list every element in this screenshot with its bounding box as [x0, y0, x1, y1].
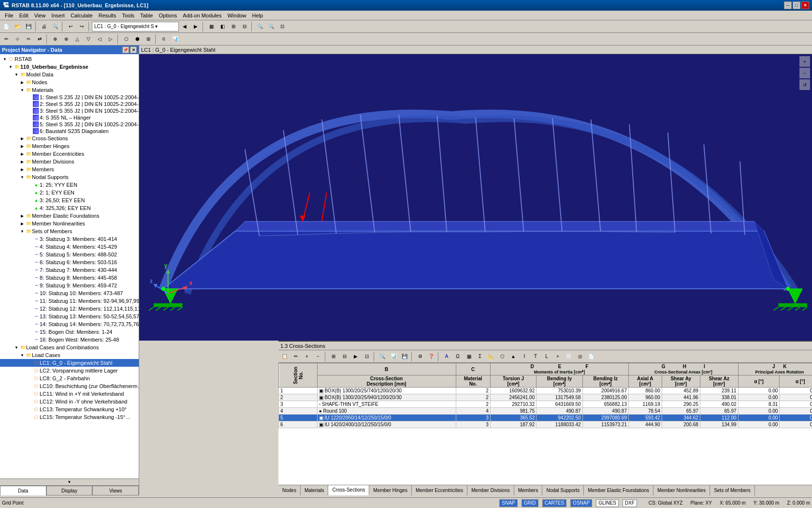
tree-item-sup4[interactable]: ▲ 4: 325,326; EEY EEN	[0, 204, 139, 212]
print-prev-btn[interactable]: 🔍	[50, 21, 60, 32]
bottom-tab-member-elastic-foundations[interactable]: Member Elastic Foundations	[584, 485, 653, 495]
tree-item-set15[interactable]: ━ 15: Bogen Ost: Members: 1-24	[0, 328, 139, 336]
expand-nodal[interactable]: ▼	[19, 174, 25, 180]
tb2-12[interactable]: ⬢	[132, 34, 143, 45]
expand-materials[interactable]: ▼	[19, 87, 25, 93]
expand-model[interactable]: ▼	[14, 72, 19, 77]
bottom-tabs[interactable]: NodesMaterialsCross-SectionsMember Hinge…	[278, 485, 812, 495]
bt-1[interactable]: 📋	[279, 351, 290, 362]
tree-item-mat5[interactable]: 5: Steel S 355 J2 | DIN EN 10025-2:2004-…	[0, 121, 139, 128]
tree-item-lc-folder[interactable]: ▼ 📁 Load Cases	[0, 351, 139, 359]
bottom-tab-cross-sections[interactable]: Cross-Sections	[328, 485, 369, 495]
tree-item-set8[interactable]: ━ 8: Stabzug 8: Members: 445-458	[0, 274, 139, 282]
zoom-in[interactable]: 🔍	[255, 21, 265, 32]
view2[interactable]: ◧	[217, 21, 228, 32]
table-row-5[interactable]: 5▣ IU 1220/2950/14/12/250/15/0/03365.529…	[279, 415, 812, 421]
tree-item-sets[interactable]: ▼ 📁 Sets of Members	[0, 227, 139, 235]
menu-item-file[interactable]: File	[2, 12, 16, 19]
redo-btn[interactable]: ↪	[76, 21, 87, 32]
maximize-button[interactable]: □	[793, 1, 800, 9]
menu-item-edit[interactable]: Edit	[16, 12, 31, 19]
tb2-6[interactable]: ⊗	[61, 34, 72, 45]
tree-item-set10[interactable]: ━ 10: Stabzug 10: Members: 473-487	[0, 289, 139, 297]
bt-6[interactable]: ⊟	[339, 351, 350, 362]
viewport-controls[interactable]: + − ↺	[799, 56, 810, 90]
expand-sets[interactable]: ▼	[19, 228, 25, 234]
bt-12[interactable]: ⚙	[415, 351, 425, 362]
tree-item-lc12[interactable]: ⬡ LC12: Wind in -Y ohne Verkehrsband	[0, 398, 139, 405]
tree-item-lc10[interactable]: ⬡ LC10: Beschichtung (zur Oberflächenerm…	[0, 382, 139, 390]
bt-14[interactable]: A	[441, 351, 452, 362]
tree-item-nodes[interactable]: ▶ 📁 Nodes	[0, 78, 139, 86]
tb2-8[interactable]: ▽	[83, 34, 94, 45]
tree-item-eccentricities[interactable]: ▶ 📁 Member Eccentricities	[0, 150, 139, 158]
tree-item-nonlin[interactable]: ▶ 📁 Member Nonlinearities	[0, 220, 139, 227]
table-body[interactable]: 1▣ BOX(B) 1300/20/25/740/1200/20/3021609…	[279, 388, 812, 428]
menu-item-add-on modules[interactable]: Add-on Modules	[180, 12, 224, 19]
bt-27[interactable]: 📄	[586, 351, 596, 362]
bottom-tab-nodal-supports[interactable]: Nodal Supports	[542, 485, 584, 495]
tree-item-lc2[interactable]: ⬡ LC2: Vorspannung mittlere Lager	[0, 367, 139, 374]
nav-tab-display[interactable]: Display	[46, 486, 93, 495]
bt-3[interactable]: +	[302, 351, 312, 362]
menu-item-table[interactable]: Table	[137, 12, 156, 19]
tree-item-set6[interactable]: ━ 6: Stabzug 6: Members: 503-516	[0, 258, 139, 266]
zoom-out[interactable]: 🔍	[266, 21, 276, 32]
expand-rstab[interactable]: ▼	[2, 56, 8, 62]
undo-btn[interactable]: ↩	[65, 21, 76, 32]
expand-eccentricities[interactable]: ▶	[19, 151, 25, 157]
tree-item-set14[interactable]: ━ 14: Stabzug 14: Members: 70,72,73,75,7…	[0, 320, 139, 328]
save-btn[interactable]: 💾	[23, 21, 34, 32]
bt-4[interactable]: −	[313, 351, 323, 362]
table-row-4[interactable]: 4● Round 1004981.75490.87490.8778.5465.9…	[279, 408, 812, 415]
tree-item-materials[interactable]: ▼ 📁 Materials	[0, 86, 139, 94]
tb2-3[interactable]: ✂	[23, 34, 34, 45]
tree-item-set11[interactable]: ━ 11: Stabzug 11: Members: 92-94,96,97,9…	[0, 297, 139, 305]
vp-zoom-in[interactable]: +	[799, 56, 810, 67]
bt-10[interactable]: 📊	[388, 351, 399, 362]
print-btn[interactable]: 🖨	[39, 21, 49, 32]
tree-item-set7[interactable]: ━ 7: Stabzug 7: Members: 430-444	[0, 266, 139, 274]
bt-8[interactable]: ⊡	[362, 351, 372, 362]
tree-item-set16[interactable]: ━ 16: Bogen West: Members: 25-48	[0, 336, 139, 344]
tree-item-sup2[interactable]: ▲ 2: 1; EYY EEN	[0, 189, 139, 196]
next-lc[interactable]: ▶	[190, 21, 201, 32]
bottom-tab-sets-of-members[interactable]: Sets of Members	[710, 485, 755, 495]
tb2-9[interactable]: ◁	[94, 34, 105, 45]
view4[interactable]: ⊟	[239, 21, 250, 32]
expand-project[interactable]: ▼	[8, 64, 14, 70]
tree-item-lc13[interactable]: ⬡ LC13: Temperatur Schwankung +10°	[0, 405, 139, 413]
bt-9[interactable]: 🔍	[377, 351, 388, 362]
bt-23[interactable]: L	[541, 351, 552, 362]
menu-item-options[interactable]: Options	[156, 12, 180, 19]
tree-item-lc15[interactable]: ⬡ LC15: Temperatur Schwankung -15°…	[0, 413, 139, 421]
expand-members[interactable]: ▶	[19, 166, 25, 172]
table-row-1[interactable]: 1▣ BOX(B) 1300/20/25/740/1200/20/3021609…	[279, 388, 812, 394]
tb2-13[interactable]: ⊞	[143, 34, 154, 45]
tree-item-set9[interactable]: ━ 9: Stabzug 9: Members: 459-472	[0, 282, 139, 289]
lc-dropdown[interactable]: LC1 : G_0 - Eigengewicht S ▾	[92, 22, 179, 31]
bt-26[interactable]: ◎	[575, 351, 585, 362]
bottom-tab-materials[interactable]: Materials	[301, 485, 329, 495]
nav-pin[interactable]: 📌	[122, 46, 129, 53]
prev-lc[interactable]: ◀	[179, 21, 190, 32]
tb2-5[interactable]: ⊕	[50, 34, 60, 45]
expand-cross[interactable]: ▶	[19, 135, 25, 141]
tree-item-rstab[interactable]: ▼ ⬡ RSTAB	[0, 55, 139, 63]
tree-item-cross[interactable]: ▶ 📁 Cross-Sections	[0, 134, 139, 142]
tb2-14[interactable]: ⛭	[159, 34, 169, 45]
view1[interactable]: ▦	[206, 21, 217, 32]
view3[interactable]: ⊞	[228, 21, 239, 32]
table-row-3[interactable]: 3▫ SHAPE-THIN VT_STEIFE2292710.326431669…	[279, 401, 812, 408]
open-btn[interactable]: 📂	[12, 21, 23, 32]
nav-tabs[interactable]: Data Display Views	[0, 485, 139, 495]
tree-item-model-data[interactable]: ▼ 📁 Model Data	[0, 71, 139, 78]
new-btn[interactable]: 📄	[1, 21, 12, 32]
bt-21[interactable]: I	[519, 351, 530, 362]
expand-nonlin[interactable]: ▶	[19, 221, 25, 226]
bottom-tab-members[interactable]: Members	[514, 485, 543, 495]
viewport-3d[interactable]: x y z +	[139, 54, 812, 341]
bottom-tab-member-hinges[interactable]: Member Hinges	[369, 485, 412, 495]
tb2-15[interactable]: 📊	[170, 34, 180, 45]
tree-item-lc8[interactable]: ⬡ LC8: G_2 - Fahrbahn	[0, 374, 139, 382]
